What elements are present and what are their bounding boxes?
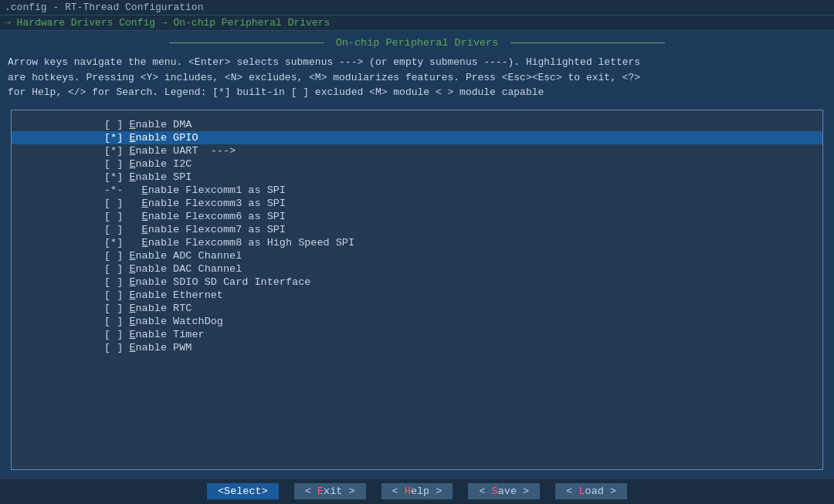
exit-button[interactable]: < Exit > [294,483,366,499]
bottom-bar: <Select> < Exit > < Help > < Save > < Lo… [0,478,834,504]
menu-item-watchdog[interactable]: [ ] Enable WatchDog [12,315,822,328]
breadcrumb-arrow: → [5,17,17,29]
title-bar: .config - RT-Thread Configuration [0,0,834,15]
help-text: Arrow keys navigate the menu. <Enter> se… [0,53,834,105]
menu-item-flexcomm6[interactable]: [ ] Enable Flexcomm6 as SPI [12,210,822,223]
breadcrumb-item-2: On-chip Peripheral Drivers [173,17,330,29]
menu-item-ethernet[interactable]: [ ] Enable Ethernet [12,289,822,302]
select-button[interactable]: <Select> [207,483,279,499]
menu-item-sdio[interactable]: [ ] Enable SDIO SD Card Interface [12,276,822,289]
breadcrumb-item-1: Hardware Drivers Config [17,17,155,29]
menu-item-flexcomm7[interactable]: [ ] Enable Flexcomm7 as SPI [12,223,822,236]
menu-item-flexcomm1[interactable]: -*- Enable Flexcomm1 as SPI [12,184,822,197]
section-title-text: On-chip Peripheral Drivers [336,37,499,49]
title-text: .config - RT-Thread Configuration [5,2,203,13]
main-content: On-chip Peripheral Drivers Arrow keys na… [0,31,834,478]
menu-item-i2c[interactable]: [ ] Enable I2C [12,157,822,171]
save-button[interactable]: < Save > [468,483,540,499]
menu-item-gpio[interactable]: [*] Enable GPIO [12,131,822,144]
load-button[interactable]: < Load > [555,483,627,499]
breadcrumb-bar: → Hardware Drivers Config → On-chip Peri… [0,15,834,31]
menu-item-pwm[interactable]: [ ] Enable PWM [12,341,822,354]
section-title: On-chip Peripheral Drivers [0,37,834,49]
menu-item-uart[interactable]: [*] Enable UART ---> [12,144,822,157]
menu-item-rtc[interactable]: [ ] Enable RTC [12,302,822,315]
menu-item-spi[interactable]: [*] Enable SPI [12,171,822,184]
menu-item-flexcomm3[interactable]: [ ] Enable Flexcomm3 as SPI [12,197,822,210]
menu-item-dma[interactable]: [ ] Enable DMA [12,118,822,131]
menu-item-flexcomm8[interactable]: [*] Enable Flexcomm8 as High Speed SPI [12,236,822,249]
help-line-2: are hotkeys. Pressing <Y> includes, <N> … [8,70,826,86]
breadcrumb-separator: → [155,17,173,29]
menu-item-timer[interactable]: [ ] Enable Timer [12,328,822,341]
menu-box: [ ] Enable DMA [*] Enable GPIO [*] Enabl… [11,110,823,471]
menu-item-adc[interactable]: [ ] Enable ADC Channel [12,249,822,262]
help-button[interactable]: < Help > [381,483,453,499]
help-line-3: for Help, </> for Search. Legend: [*] bu… [8,85,826,100]
menu-item-dac[interactable]: [ ] Enable DAC Channel [12,262,822,276]
help-line-1: Arrow keys navigate the menu. <Enter> se… [8,55,826,70]
